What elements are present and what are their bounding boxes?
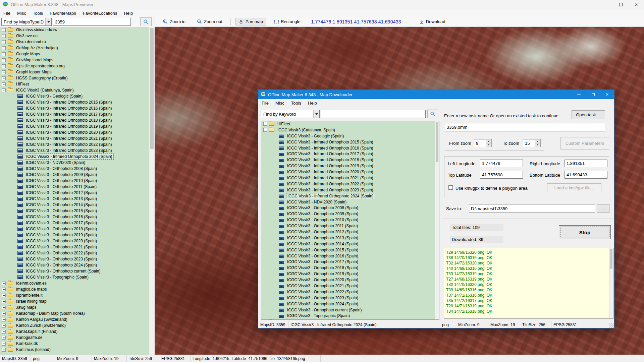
dialog-minimize-icon[interactable]: [572, 90, 586, 99]
menu-favoritelocations[interactable]: FavoriteLocations: [79, 11, 121, 16]
tree-item[interactable]: +Kartogiraffe.de: [0, 335, 149, 341]
tree-item[interactable]: +Kakaomap - Daum Map (South Korea): [0, 310, 149, 316]
tree-item[interactable]: +Kort.lmi.is (Iceland): [0, 347, 149, 353]
dialog-menu-misc[interactable]: Misc: [272, 101, 288, 106]
bottom-latitude-input[interactable]: [565, 171, 607, 179]
tree-item[interactable]: ICGC Vissir3 - Infrared Orthophoto 2016 …: [0, 105, 149, 111]
tree-item[interactable]: ICGC Vissir3 - Orthophoto 2023 (Spain): [0, 256, 149, 262]
to-zoom-spinner[interactable]: ▲▼: [535, 139, 541, 147]
right-longitude-input[interactable]: [565, 160, 607, 167]
tree-item[interactable]: ICGC Vissir3 - Geologic (Spain): [0, 93, 149, 99]
tree-item[interactable]: ICGC Vissir3 - Orthophoto 2019 (Spain): [0, 232, 149, 238]
expand-icon[interactable]: +: [2, 52, 6, 56]
tree-item[interactable]: ICGC Vissir3 - Orthophoto 2010 (Spain): [261, 217, 439, 223]
load-kml-button[interactable]: Load a kml/gpx file...: [547, 183, 601, 192]
tree-item[interactable]: +Isprambiente.it: [0, 292, 149, 298]
tree-item[interactable]: +Gis3.nve.no: [0, 33, 149, 39]
tree-item[interactable]: +Google Maps: [0, 51, 149, 57]
menu-file[interactable]: File: [0, 11, 14, 16]
dialog-tree-scrollbar[interactable]: [435, 121, 439, 319]
expand-icon[interactable]: +: [2, 306, 6, 309]
tree-item[interactable]: ICGC Vissir3 - Topographic (Spain): [0, 274, 149, 280]
task-name-input[interactable]: [445, 123, 605, 131]
menu-tools[interactable]: Tools: [30, 11, 46, 16]
save-path-input[interactable]: [469, 204, 595, 213]
expand-icon[interactable]: +: [2, 70, 6, 74]
tree-item[interactable]: ICGC Vissir3 - Infrared Orthophoto 2017 …: [261, 151, 439, 157]
tree-item[interactable]: +Gis.rchss.sinica.edu.tw: [0, 27, 149, 33]
tree-item[interactable]: ICGC Vissir3 - NDVI2020 (Spain): [261, 199, 439, 205]
tree-item[interactable]: ICGC Vissir3 - Orthophoto 2024 (Spain): [0, 262, 149, 268]
tree-item[interactable]: ICGC Vissir3 - Infrared Orthophoto 2018 …: [0, 117, 149, 123]
dialog-search-input[interactable]: [321, 110, 426, 118]
tree-item[interactable]: +Ideihm.covam.es: [261, 319, 439, 320]
tree-item[interactable]: ICGC Vissir3 - Orthophoto 2018 (Spain): [261, 265, 439, 271]
tree-item[interactable]: ICGC Vissir3 - Infrared Orthophoto 2019 …: [0, 123, 149, 129]
expand-icon[interactable]: +: [2, 294, 6, 297]
download-log[interactable]: T29 14/69/16320.png: OKT38 14/70/16316.p…: [444, 248, 613, 319]
dialog-menu-help[interactable]: Help: [305, 101, 320, 106]
tree-item[interactable]: +Kanton Aargau (Switzerland): [0, 316, 149, 322]
combo-arrow-icon[interactable]: [45, 18, 51, 25]
expand-icon[interactable]: +: [2, 300, 6, 303]
stop-button[interactable]: Stop: [559, 225, 611, 239]
expand-icon[interactable]: +: [2, 312, 6, 315]
tree-item[interactable]: ICGC Vissir3 - Orthophoto 2011 (Spain): [0, 184, 149, 190]
dialog-menu-file[interactable]: File: [258, 101, 272, 106]
expand-icon[interactable]: +: [2, 58, 6, 62]
tree-item[interactable]: ICGC Vissir3 - Infrared Orthophoto 2024 …: [261, 193, 439, 199]
expand-icon[interactable]: +: [263, 122, 267, 126]
tree-item[interactable]: +Gps.tile.openstreetmap.org: [0, 63, 149, 69]
tree-item[interactable]: +HiFleet: [261, 121, 439, 127]
expand-icon[interactable]: +: [2, 76, 6, 80]
tree-item[interactable]: ICGC Vissir3 - Orthophoto 2010 (Spain): [0, 178, 149, 184]
resize-grip-icon[interactable]: [609, 323, 614, 328]
tree-item[interactable]: +Israel hiking map: [0, 298, 149, 304]
minimize-icon[interactable]: [598, 0, 613, 9]
search-input[interactable]: [53, 18, 131, 26]
tree-item[interactable]: ICGC Vissir3 - Infrared Orthophoto 2021 …: [0, 135, 149, 141]
zoom-out-button[interactable]: Zoom out: [194, 18, 226, 25]
dialog-close-icon[interactable]: ✕: [600, 90, 614, 99]
tree-item[interactable]: ICGC Vissir3 - Topographic (Spain): [261, 313, 439, 319]
tree-item[interactable]: ICGC Vissir3 - Orthophoto 2015 (Spain): [0, 208, 149, 214]
tree-item[interactable]: ICGC Vissir3 - Orthophoto current (Spain…: [0, 268, 149, 274]
expand-icon[interactable]: +: [2, 330, 6, 334]
collapse-icon[interactable]: -: [263, 128, 267, 132]
tree-item[interactable]: ICGC Vissir3 - Infrared Orthophoto 2020 …: [0, 129, 149, 135]
spinner-up-icon[interactable]: ▲: [535, 139, 540, 143]
tree-item[interactable]: ICGC Vissir3 - Orthophoto 2008 (Spain): [0, 166, 149, 172]
zoom-in-button[interactable]: Zoom in: [159, 18, 189, 25]
tree-item[interactable]: +Kartat.kapsi.fi (Finland): [0, 328, 149, 335]
spinner-up-icon[interactable]: ▲: [486, 139, 491, 143]
tree-item[interactable]: ICGC Vissir3 - Geologic (Spain): [261, 133, 439, 139]
tree-item[interactable]: ICGC Vissir3 - Orthophoto 2017 (Spain): [0, 220, 149, 226]
tree-item[interactable]: -ICGC Vissir3 (Catalunya, Spain): [261, 127, 439, 133]
tree-item[interactable]: ICGC Vissir3 - Orthophoto 2019 (Spain): [261, 271, 439, 277]
tree-item[interactable]: +Kort-krak.dk: [0, 341, 149, 347]
log-scrollbar[interactable]: [609, 248, 613, 318]
collapse-icon[interactable]: -: [2, 88, 6, 92]
dialog-find-by-combo[interactable]: Find by Keyword: [261, 110, 320, 118]
tree-item[interactable]: +GraphHopper Maps: [0, 69, 149, 75]
expand-icon[interactable]: +: [2, 34, 6, 38]
tree-item[interactable]: ICGC Vissir3 - Infrared Orthophoto 2023 …: [261, 187, 439, 193]
maximize-icon[interactable]: [613, 0, 629, 9]
tree-item[interactable]: +Kanton Zurich (Switzerland): [0, 322, 149, 328]
tree-item[interactable]: ICGC Vissir3 - Infrared Orthophoto 2021 …: [261, 175, 439, 181]
expand-icon[interactable]: +: [2, 28, 6, 32]
menu-misc[interactable]: Misc: [14, 11, 30, 16]
browse-button[interactable]: ...: [597, 204, 609, 213]
tree-item[interactable]: ICGC Vissir3 - Orthophoto 2013 (Spain): [261, 235, 439, 241]
tree-item[interactable]: +Jawg Maps: [0, 304, 149, 310]
tree-item[interactable]: ICGC Vissir3 - Orthophoto 2021 (Spain): [0, 244, 149, 250]
tree-item[interactable]: ICGC Vissir3 - Orthophoto 2024 (Spain): [261, 301, 439, 307]
tree-item[interactable]: ICGC Vissir3 - Orthophoto 2020 (Spain): [261, 277, 439, 283]
tree-item[interactable]: ICGC Vissir3 - Infrared Orthophoto 2020 …: [261, 169, 439, 175]
tree-item[interactable]: +HGSS Cartography (Croatia): [0, 75, 149, 81]
tree-item[interactable]: ICGC Vissir3 - Infrared Orthophoto 2022 …: [261, 181, 439, 187]
pan-map-button[interactable]: Pan map: [235, 18, 266, 25]
scrollbar-thumb[interactable]: [610, 249, 612, 269]
dialog-maximize-icon[interactable]: [586, 90, 600, 99]
tree-item[interactable]: ICGC Vissir3 - Infrared Orthophoto 2015 …: [0, 99, 149, 105]
